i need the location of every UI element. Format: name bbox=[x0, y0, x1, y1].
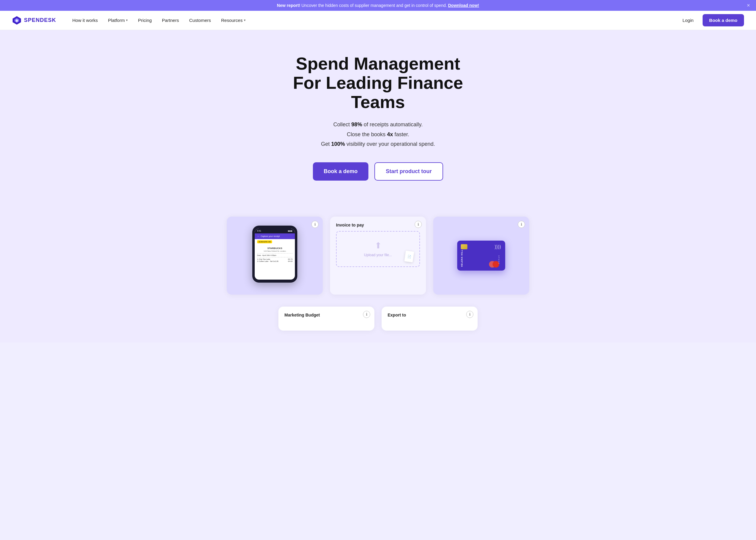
receipt-item2-row: 2 Coffee Latte · Tall 2x2,95 €4.60 bbox=[257, 260, 293, 262]
receipt-content: STARBUCKS 116 New Oxford St, London Date… bbox=[255, 244, 295, 265]
banner-main-text: Uncover the hidden costs of supplier man… bbox=[302, 3, 447, 8]
logo-text: SPENDESK bbox=[24, 17, 56, 23]
credit-card-info-button[interactable]: ℹ bbox=[518, 221, 525, 228]
banner-cta-link[interactable]: Download now! bbox=[448, 3, 479, 8]
card-holder-name: HELENA HILL bbox=[461, 250, 463, 267]
nav-links: How it works Platform ▾ Pricing Partners… bbox=[68, 15, 678, 25]
mastercard-icon bbox=[489, 261, 502, 268]
receipt-address: 116 New Oxford St, London bbox=[257, 250, 293, 252]
nav-right-actions: Login Book a demo bbox=[678, 14, 744, 26]
product-cards-row1: ℹ 9:41 ▶▶▶ ← Capture your receipt SCAN A… bbox=[0, 216, 756, 307]
marketing-budget-card: ℹ Marketing Budget bbox=[278, 307, 374, 331]
card-chip-icon bbox=[461, 244, 467, 249]
hero-cta-buttons: Book a demo Start product tour bbox=[12, 162, 744, 181]
nav-how-it-works[interactable]: How it works bbox=[68, 15, 102, 25]
main-nav: SPENDESK How it works Platform ▾ Pricing… bbox=[0, 11, 756, 30]
virtual-card-card: ℹ )))) HELENA HILL SPEND bbox=[433, 216, 529, 295]
phone-app-header: ← Capture your receipt bbox=[255, 233, 295, 239]
announcement-banner: New report! Uncover the hidden costs of … bbox=[0, 0, 756, 11]
export-card: ℹ Export to bbox=[382, 307, 478, 331]
virtual-credit-card: )))) HELENA HILL SPEND bbox=[457, 241, 505, 271]
export-card-title: Export to bbox=[388, 313, 472, 318]
hero-sub-line2: Close the books 4x faster. bbox=[12, 130, 744, 139]
banner-bold: New report! bbox=[277, 3, 300, 8]
resources-chevron-icon: ▾ bbox=[244, 18, 246, 22]
budget-card-info-button[interactable]: ℹ bbox=[363, 311, 370, 318]
receipt-capture-card: ℹ 9:41 ▶▶▶ ← Capture your receipt SCAN A… bbox=[227, 216, 323, 295]
hero-section: Spend Management For Leading Finance Tea… bbox=[0, 30, 756, 216]
hero-book-demo-button[interactable]: Book a demo bbox=[313, 162, 368, 181]
receipt-brand: STARBUCKS bbox=[257, 247, 293, 250]
banner-text: New report! Uncover the hidden costs of … bbox=[277, 3, 479, 8]
card-brand-area: SPEND bbox=[489, 261, 502, 268]
spendesk-logo-icon bbox=[12, 16, 22, 25]
nav-customers[interactable]: Customers bbox=[185, 15, 215, 25]
hero-product-tour-button[interactable]: Start product tour bbox=[374, 162, 443, 181]
card-brand-text: SPEND bbox=[498, 255, 500, 265]
document-icon: 📄 bbox=[404, 250, 414, 262]
receipt-date-row: Date · April 16th 4:00pm bbox=[257, 254, 293, 256]
nav-pricing[interactable]: Pricing bbox=[134, 15, 156, 25]
hero-subtitle: Collect 98% of receipts automatically. C… bbox=[12, 120, 744, 149]
logo-link[interactable]: SPENDESK bbox=[12, 16, 56, 25]
hero-title: Spend Management For Leading Finance Tea… bbox=[273, 54, 483, 111]
invoice-upload-card: ℹ Invoice to pay ⬆ Upload your file... 📄 bbox=[330, 216, 426, 295]
hero-sub-line1: Collect 98% of receipts automatically. bbox=[12, 120, 744, 129]
product-cards-row2: ℹ Marketing Budget ℹ Export to bbox=[0, 307, 756, 342]
phone-mockup: 9:41 ▶▶▶ ← Capture your receipt SCAN AUT… bbox=[252, 225, 297, 283]
contactless-icon: )))) bbox=[495, 244, 501, 250]
phone-screen: 9:41 ▶▶▶ ← Capture your receipt SCAN AUT… bbox=[255, 228, 295, 280]
platform-chevron-icon: ▾ bbox=[126, 18, 128, 22]
nav-partners[interactable]: Partners bbox=[158, 15, 183, 25]
budget-card-title: Marketing Budget bbox=[284, 313, 368, 318]
export-card-info-button[interactable]: ℹ bbox=[466, 311, 473, 318]
invoice-card-info-button[interactable]: ℹ bbox=[415, 221, 422, 228]
phone-status-bar: 9:41 ▶▶▶ bbox=[255, 228, 295, 233]
nav-resources[interactable]: Resources ▾ bbox=[217, 15, 250, 25]
upload-icon: ⬆ bbox=[375, 241, 382, 250]
scan-auto-badge: SCAN AUTO: ON bbox=[257, 240, 272, 243]
nav-book-demo-button[interactable]: Book a demo bbox=[702, 14, 744, 26]
receipt-item1-row: 1 Chai Tea Latte €3.70 bbox=[257, 258, 293, 260]
phone-card-info-button[interactable]: ℹ bbox=[312, 221, 318, 228]
invoice-card-title: Invoice to pay bbox=[336, 222, 420, 227]
login-button[interactable]: Login bbox=[678, 15, 698, 25]
upload-text: Upload your file... bbox=[364, 253, 392, 257]
banner-close-button[interactable]: × bbox=[747, 2, 750, 9]
scan-badge-row: SCAN AUTO: ON bbox=[255, 239, 295, 244]
invoice-upload-area[interactable]: ⬆ Upload your file... 📄 bbox=[336, 231, 420, 267]
nav-platform[interactable]: Platform ▾ bbox=[104, 15, 132, 25]
hero-sub-line3: Get 100% visibility over your operationa… bbox=[12, 139, 744, 149]
